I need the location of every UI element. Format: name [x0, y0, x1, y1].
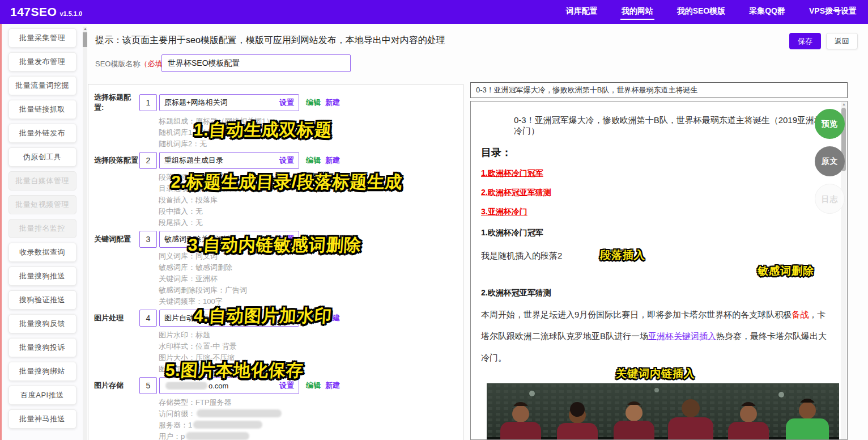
new-link[interactable]: 新建 [325, 155, 340, 166]
new-link[interactable]: 新建 [325, 380, 340, 391]
form-section-image-storage: 图片存储 5 o.com 设置 编辑 新建 存储类型：FTP服务器 访问前缀： … [94, 377, 463, 440]
app-logo: 147SEO [10, 5, 57, 19]
settings-link[interactable]: 设置 [279, 155, 294, 166]
edit-link[interactable]: 编辑 [306, 98, 321, 108]
sidebar-item-sogou-complaint[interactable]: 批量搜狗投诉 [8, 338, 76, 357]
article-photo-qatar-team: 3 [487, 383, 839, 440]
sidebar-item-shenma-push[interactable]: 批量神马推送 [8, 409, 76, 429]
toc-link-3[interactable]: 3.亚洲杯冷门 [481, 207, 527, 217]
redacted-blur [186, 432, 249, 440]
sidebar-item-rank-monitor: 批量排名监控 [8, 219, 76, 238]
title-config-value-input[interactable]: 原标题+网络相关词 设置 [159, 94, 299, 111]
config-detail: 关键词库：亚洲杯 [159, 273, 463, 285]
edit-link[interactable]: 编辑 [306, 380, 321, 391]
top-nav: 词库配置 我的网站 我的SEO模版 采集QQ群 VPS拨号设置 [565, 4, 858, 20]
left-sidebar: 批量采集管理 批量发布管理 批量流量词挖掘 批量链接抓取 批量外链发布 伪原创工… [0, 24, 83, 440]
annotation-inner-link-sensitive-delete: 3.自动内链敏感词删除 [188, 234, 363, 257]
edit-link[interactable]: 编辑 [306, 155, 321, 166]
template-name-input[interactable] [161, 54, 351, 72]
config-value-text: o.com [164, 382, 279, 390]
annotation-keyword-inner-link-insert: 关键词内链插入 [615, 366, 695, 381]
config-value-text: 重组标题生成目录 [164, 155, 279, 166]
paragraph-config-value-input[interactable]: 重组标题生成目录 设置 [159, 152, 299, 169]
paragraph-config-number-input[interactable]: 2 [139, 152, 157, 169]
redacted-blur [165, 382, 207, 390]
toc-link-1[interactable]: 1.欧洲杯冷门冠军 [481, 168, 543, 179]
save-button[interactable]: 保存 [789, 33, 821, 49]
nav-item-qq-group[interactable]: 采集QQ群 [748, 4, 786, 20]
config-detail: 水印样式：位置-中 背景 [159, 341, 463, 352]
nav-item-word-library[interactable]: 词库配置 [565, 4, 599, 20]
config-detail: 用户：p [159, 431, 463, 440]
sidebar-item-baidu-api-push[interactable]: 百度API推送 [8, 386, 76, 405]
annotation-title-to-toc: 2.标题生成目录/段落标题生成 [171, 171, 403, 194]
title-config-number-input[interactable]: 1 [139, 94, 157, 111]
source-text-button[interactable]: 原文 [815, 146, 845, 176]
page-hint-text: 提示：该页面主要用于seo模版配置，模版可应用到网站发布，本地导出中对内容的处理 [95, 35, 445, 46]
paragraph-1-text: 我是随机插入的段落2 [481, 251, 562, 260]
settings-link[interactable]: 设置 [279, 98, 294, 108]
sidebar-item-sogou-feedback[interactable]: 批量搜狗反馈 [8, 314, 76, 333]
redacted-blur [197, 409, 282, 417]
image-storage-number-input[interactable]: 5 [139, 377, 157, 394]
section-label: 选择标题配置: [94, 92, 139, 113]
keyword-inner-link[interactable]: 亚洲杯关键词插入 [648, 331, 716, 341]
article-paragraph-2: 本周开始，世界足坛进入9月份国际比赛日，即将参加卡塔尔世界杯的各支球队积极备战，… [481, 304, 830, 369]
article-paragraph-1: 我是随机插入的段落2 段落插入 [481, 248, 830, 263]
article-heading-2: 2.欧洲杯冠亚军猜测 [481, 288, 830, 298]
scroll-up-arrow-icon: ▲ [83, 27, 87, 31]
top-header-bar: 147SEO v1.5.1.0 词库配置 我的网站 我的SEO模版 采集QQ群 … [0, 0, 868, 24]
sidebar-item-sogou-bind-site[interactable]: 批量搜狗绑站 [8, 362, 76, 381]
sidebar-item-index-data-query[interactable]: 收录数据查询 [8, 243, 76, 262]
config-detail: 段首插入：段落库 [159, 194, 463, 206]
preview-title-input[interactable] [470, 82, 848, 98]
config-detail: 段尾插入：无 [159, 217, 463, 229]
config-detail: 段中插入：无 [159, 206, 463, 217]
keyword-config-number-input[interactable]: 3 [139, 231, 157, 248]
log-button: 日志 [815, 184, 845, 214]
config-value-text: 原标题+网络相关词 [164, 98, 279, 108]
nav-item-my-seo-templates[interactable]: 我的SEO模版 [676, 4, 727, 20]
preview-content-box: 0-3！亚洲冠军爆大冷，惨败欧洲第十B队，世界杯最弱东道主将诞生（2019亚洲杯… [470, 101, 848, 440]
preview-article: 0-3！亚洲冠军爆大冷，惨败欧洲第十B队，世界杯最弱东道主将诞生（2019亚洲杯… [471, 101, 847, 440]
section-label: 图片处理 [94, 313, 139, 323]
template-config-panel: 选择标题配置: 1 原标题+网络相关词 设置 编辑 新建 标题组成：原标题（网络… [88, 84, 463, 440]
config-detail: 敏感词删除段词库：广告词 [159, 285, 463, 296]
template-name-label: SEO模版名称（必填） [95, 59, 169, 69]
sidebar-item-sogou-push[interactable]: 批量搜狗推送 [8, 266, 76, 286]
config-detail: 存储类型：FTP服务器 [159, 397, 463, 408]
sidebar-item-short-video-manage: 批量短视频管理 [8, 195, 76, 214]
annotation-auto-double-title: 1.自动生成双标题 [193, 119, 333, 142]
sidebar-item-sogou-verify-push[interactable]: 搜狗验证推送 [8, 290, 76, 310]
section-label: 选择段落配置 [94, 155, 139, 166]
sidebar-item-link-grab[interactable]: 批量链接抓取 [8, 100, 76, 119]
sidebar-item-pseudo-original-tool[interactable]: 伪原创工具 [8, 147, 76, 167]
app-window: 147SEO v1.5.1.0 词库配置 我的网站 我的SEO模版 采集QQ群 … [0, 0, 868, 440]
nav-item-my-websites[interactable]: 我的网站 [620, 4, 654, 20]
annotation-auto-watermark: 4.自动图片加水印 [193, 304, 333, 328]
sidebar-item-self-media-manage: 批量自媒体管理 [8, 171, 76, 191]
sidebar-item-batch-collect[interactable]: 批量采集管理 [8, 28, 76, 48]
toc-link-2[interactable]: 2.欧洲杯冠亚军猜测 [481, 188, 551, 198]
section-label: 图片存储 [94, 380, 139, 391]
config-detail: 图片水印：标题 [159, 329, 463, 341]
sidebar-item-batch-publish[interactable]: 批量发布管理 [8, 52, 76, 71]
main-scrollbar-thumb[interactable] [83, 32, 87, 47]
new-link[interactable]: 新建 [325, 98, 340, 108]
preview-button[interactable]: 预览 [815, 109, 845, 139]
paragraph-2-text: 本周开始，世界足坛进入9月份国际比赛日，即将参加卡塔尔世界杯的各支球队积极 [481, 310, 792, 319]
sidebar-item-backlink-publish[interactable]: 批量外链发布 [8, 124, 76, 143]
section-label: 关键词配置 [94, 234, 139, 244]
image-process-number-input[interactable]: 4 [139, 310, 157, 327]
back-button[interactable]: 返回 [826, 33, 858, 49]
config-detail: 敏感词库：敏感词删除 [159, 262, 463, 273]
annotation-row: 敏感词删除 [481, 264, 830, 277]
config-detail: 服务器：1 [159, 420, 463, 431]
annotation-row: 关键词内链插入 [481, 366, 830, 380]
sidebar-item-traffic-word-mining[interactable]: 批量流量词挖掘 [8, 76, 76, 95]
article-heading-1: 1.欧洲杯冷门冠军 [481, 228, 830, 238]
nav-item-vps-dial-settings[interactable]: VPS拨号设置 [808, 4, 858, 20]
annotation-image-localize: 5.图片本地化保存 [165, 359, 305, 382]
main-scrollbar[interactable]: ▲ [83, 27, 87, 440]
sensitive-word-highlight: 备战 [792, 310, 809, 319]
